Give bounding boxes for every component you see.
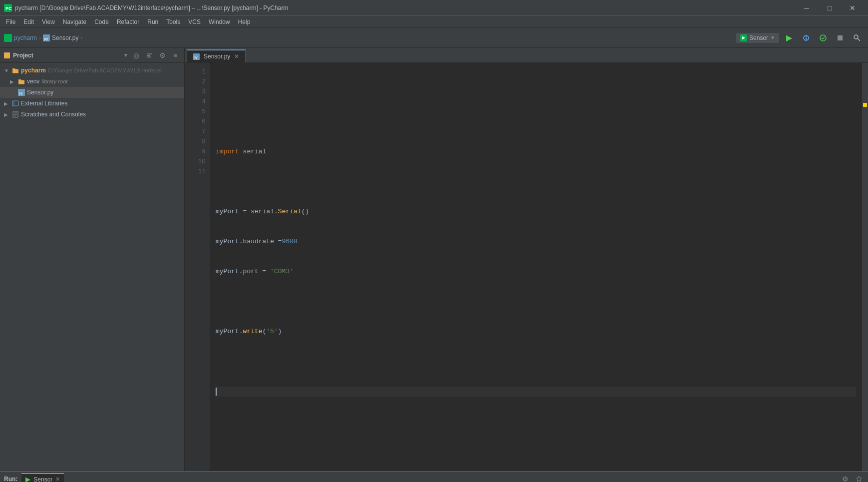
menu-view[interactable]: View (38, 16, 59, 27)
maximize-button[interactable]: □ (818, 0, 841, 16)
sidebar-dropdown-icon: ▼ (123, 52, 128, 58)
menu-vcs[interactable]: VCS (184, 16, 205, 27)
minimize-button[interactable]: ─ (795, 0, 818, 16)
run-tab-name: Sensor (33, 476, 52, 482)
svg-rect-18 (12, 101, 18, 106)
menu-window[interactable]: Window (205, 16, 234, 27)
tree-item-scratches[interactable]: ▶ Scratches and Consoles (0, 109, 184, 120)
svg-point-6 (806, 36, 807, 37)
sidebar-settings-button[interactable]: ⚙ (157, 50, 167, 60)
svg-line-11 (858, 38, 861, 41)
run-pin-button[interactable] (854, 474, 864, 482)
stop-button[interactable] (833, 31, 847, 45)
tree-arrow-venv: ▶ (10, 79, 16, 84)
run-config-dropdown-icon: ▼ (770, 35, 775, 40)
tab-bar: py Sensor.py ✕ (185, 48, 868, 63)
external-libs-icon (12, 100, 19, 107)
run-config-name: Sensor (749, 34, 768, 41)
code-line-11 (216, 387, 856, 397)
search-everywhere-button[interactable] (850, 31, 864, 45)
file-icon-sensor: py (18, 89, 25, 96)
tree-venv-name: venv (27, 78, 39, 85)
app-icon: PC (4, 4, 12, 12)
line-numbers: 1 2 3 4 5 6 7 8 9 10 11 (185, 63, 210, 471)
code-line-2 (216, 117, 856, 127)
project-folder-icon (4, 52, 10, 58)
breadcrumb-sep1: › (39, 34, 41, 41)
menu-help[interactable]: Help (234, 16, 255, 27)
code-line-7: myPort.port = 'COM3' (216, 267, 856, 277)
tree-scratches-label: Scratches and Consoles (21, 111, 86, 118)
menu-refactor[interactable]: Refactor (113, 16, 143, 27)
menu-code[interactable]: Code (90, 16, 113, 27)
svg-rect-9 (838, 35, 843, 40)
svg-text:PC: PC (5, 6, 11, 11)
run-tab-close-button[interactable]: ✕ (55, 476, 60, 482)
code-content[interactable]: import serial myPort = serial.Serial() m… (210, 63, 862, 471)
run-config-selector[interactable]: ▶ Sensor ▼ (736, 33, 779, 43)
run-tab-icon: ▶ (25, 476, 30, 482)
run-panel: Run: ▶ Sensor ✕ ⚙ ▶ (0, 471, 868, 482)
run-settings-button[interactable]: ⚙ (840, 474, 850, 482)
main-area: Project ▼ ◎ ⚙ ≡ ▼ pycharm D:\Google Driv… (0, 48, 868, 471)
menu-file[interactable]: File (2, 16, 19, 27)
collapse-all-button[interactable] (144, 50, 154, 60)
code-line-4 (216, 177, 856, 187)
project-tree: ▼ pycharm D:\Google Drive\Fab ACADEMY\W1… (0, 63, 184, 471)
run-config-icon: ▶ (740, 34, 747, 41)
run-panel-header: Run: ▶ Sensor ✕ ⚙ (0, 472, 868, 482)
code-line-8 (216, 297, 856, 307)
sidebar-title: Project (13, 52, 120, 59)
coverage-button[interactable] (816, 31, 830, 45)
gutter-marker-1 (863, 103, 867, 107)
tree-item-root[interactable]: ▼ pycharm D:\Google Drive\Fab ACADEMY\W1… (0, 65, 184, 76)
tab-file-icon: py (193, 53, 200, 60)
svg-text:py: py (194, 55, 198, 59)
run-tab-sensor[interactable]: ▶ Sensor ✕ (21, 473, 64, 482)
svg-text:py: py (19, 91, 23, 95)
code-line-9: myPort.write('5') (216, 327, 856, 337)
sidebar: Project ▼ ◎ ⚙ ≡ ▼ pycharm D:\Google Driv… (0, 48, 185, 471)
menu-navigate[interactable]: Navigate (59, 16, 90, 27)
debug-button[interactable] (799, 31, 813, 45)
breadcrumb: pycharm › py Sensor.py › (4, 34, 82, 42)
editor-area: py Sensor.py ✕ 1 2 3 4 5 6 7 8 9 10 11 (185, 48, 868, 471)
window-title: pycharm [D:\Google Drive\Fab ACADEMY\W12… (15, 4, 795, 11)
menu-run[interactable]: Run (143, 16, 162, 27)
code-line-1 (216, 87, 856, 97)
toolbar: pycharm › py Sensor.py › ▶ Sensor ▼ ▶ (0, 28, 868, 48)
breadcrumb-file: Sensor.py (52, 34, 78, 41)
folder-icon-venv (18, 78, 25, 85)
title-bar: PC pycharm [D:\Google Drive\Fab ACADEMY\… (0, 0, 868, 16)
run-panel-label: Run: (4, 476, 17, 482)
svg-rect-7 (806, 37, 807, 40)
menu-edit[interactable]: Edit (19, 16, 38, 27)
close-button[interactable]: ✕ (841, 0, 864, 16)
locate-file-button[interactable]: ◎ (131, 50, 141, 60)
menu-tools[interactable]: Tools (162, 16, 184, 27)
svg-point-10 (854, 35, 858, 39)
code-line-5: myPort = serial.Serial() (216, 207, 856, 217)
editor-tab-sensor[interactable]: py Sensor.py ✕ (187, 49, 246, 62)
folder-icon-root (12, 67, 19, 74)
tree-root-path: D:\Google Drive\Fab ACADEMY\W12interface… (48, 67, 162, 73)
tree-venv-label: library root (41, 78, 67, 84)
right-gutter (862, 63, 868, 471)
tree-item-sensor[interactable]: ▶ py Sensor.py (0, 87, 184, 98)
tab-close-button[interactable]: ✕ (234, 53, 239, 60)
breadcrumb-project: pycharm (14, 34, 37, 41)
run-button[interactable]: ▶ (782, 31, 796, 45)
scratches-icon (12, 111, 19, 118)
tree-item-external-libs[interactable]: ▶ External Libraries (0, 98, 184, 109)
tree-item-venv[interactable]: ▶ venv library root (0, 76, 184, 87)
code-editor[interactable]: 1 2 3 4 5 6 7 8 9 10 11 import serial (185, 63, 868, 471)
code-line-10 (216, 357, 856, 367)
tree-arrow-root: ▼ (4, 68, 10, 73)
menu-bar: File Edit View Navigate Code Refactor Ru… (0, 16, 868, 28)
tree-ext-label: External Libraries (21, 100, 67, 107)
sidebar-header: Project ▼ ◎ ⚙ ≡ (0, 48, 184, 63)
svg-text:py: py (44, 36, 48, 41)
pycharm-icon (4, 34, 12, 42)
sidebar-close-button[interactable]: ≡ (170, 50, 180, 60)
code-line-3: import serial (216, 147, 856, 157)
